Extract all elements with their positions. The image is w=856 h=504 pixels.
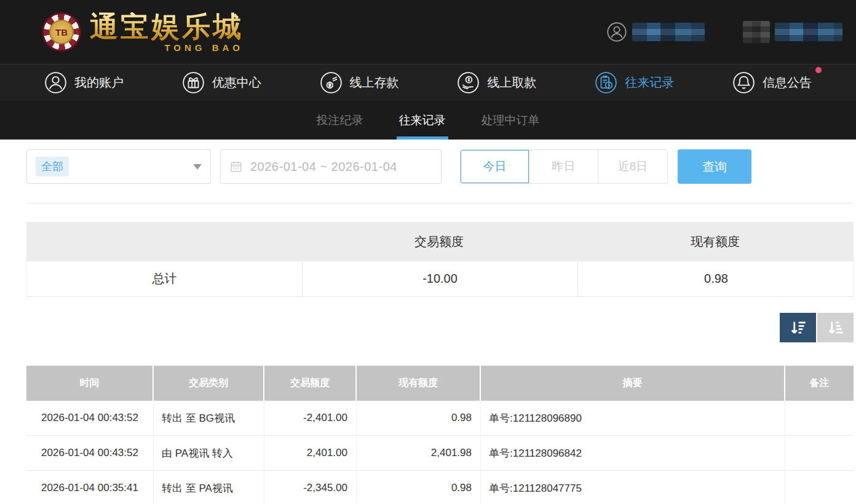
nav-label: 线上存款 [350, 74, 399, 91]
cell-type: 转出 至 BG视讯 [154, 401, 264, 435]
nav-label: 我的账户 [74, 74, 124, 91]
nav-label: 信息公告 [763, 74, 812, 91]
cell-balance: 0.98 [357, 471, 481, 504]
brand-name-en: TONG BAO [164, 43, 244, 52]
brand-text: 通宝娱乐城 TONG BAO [90, 12, 244, 52]
cell-balance: 2,401.98 [357, 436, 481, 470]
censored-balance-icon [743, 21, 770, 43]
cell-summary: 单号:121128096842 [481, 436, 785, 470]
cell-time: 2026-01-04 00:35:41 [26, 471, 154, 504]
nav-label: 优惠中心 [212, 74, 261, 91]
user-icon [606, 22, 627, 42]
cell-transaction: 2,401.00 [264, 436, 357, 470]
col-header-type: 交易类别 [154, 366, 264, 401]
cell-transaction: -2,345.00 [264, 471, 357, 504]
date-range-value: 2026-01-04 ~ 2026-01-04 [250, 160, 397, 174]
cell-balance: 0.98 [357, 401, 481, 435]
summary-table: 交易额度 现有额度 总计 -10.00 0.98 [26, 222, 854, 297]
nav-item-my-account[interactable]: 我的账户 [44, 71, 124, 94]
cell-time: 2026-01-04 00:43:52 [26, 401, 154, 435]
summary-balance-total: 0.98 [577, 261, 854, 296]
cell-transaction: -2,401.00 [264, 401, 357, 435]
transactions-table: 时间 交易类别 交易额度 现有额度 摘要 备注 2026-01-04 00:43… [26, 366, 854, 504]
tab-label: 处理中订单 [482, 112, 540, 128]
poker-chip-icon: TB [42, 12, 81, 52]
tab-betting-records[interactable]: 投注纪录 [317, 101, 363, 140]
filter-bar: 全部 2026-01-04 ~ 2026-01-04 今日 昨日 近8日 查询 [26, 149, 854, 184]
censored-balance [775, 23, 842, 41]
table-row: 2026-01-04 00:43:52 由 PA视讯 转入 2,401.00 2… [26, 436, 854, 471]
category-select[interactable]: 全部 [26, 149, 211, 184]
cell-remark [785, 436, 854, 470]
table-row: 2026-01-04 00:35:41 转出 至 PA视讯 -2,345.00 … [26, 471, 854, 504]
summary-header-transaction: 交易额度 [301, 234, 577, 250]
tab-transaction-records[interactable]: 往来记录 [399, 101, 446, 140]
summary-total-label: 总计 [27, 261, 302, 296]
content: 全部 2026-01-04 ~ 2026-01-04 今日 昨日 近8日 查询 [0, 140, 856, 504]
sort-bar [26, 313, 854, 342]
col-header-transaction: 交易额度 [264, 366, 357, 401]
account-icon [44, 71, 67, 94]
quick-range-8days-button[interactable]: 近8日 [598, 150, 667, 183]
top-header: TB 通宝娱乐城 TONG BAO [0, 0, 856, 64]
chevron-down-icon [193, 164, 202, 170]
cell-type: 由 PA视讯 转入 [154, 436, 264, 470]
sort-amount-desc-icon [789, 318, 807, 337]
nav-item-deposit[interactable]: 线上存款 [320, 71, 399, 94]
tab-label: 往来记录 [399, 112, 446, 128]
table-row: 2026-01-04 00:43:52 转出 至 BG视讯 -2,401.00 … [26, 401, 854, 436]
balance-group[interactable] [743, 21, 842, 43]
cell-summary: 单号:121128047775 [481, 471, 785, 504]
nav-item-promotions[interactable]: 优惠中心 [182, 71, 261, 94]
promotions-icon [182, 71, 205, 94]
nav-label: 往来记录 [625, 74, 674, 91]
cell-type: 转出 至 PA视讯 [154, 471, 264, 504]
summary-header-balance: 现有额度 [577, 234, 854, 250]
brand-name: 通宝娱乐城 [90, 12, 244, 41]
calendar-icon [229, 160, 243, 173]
col-header-time: 时间 [26, 366, 154, 401]
nav-item-records[interactable]: 往来记录 [595, 71, 674, 94]
nav-label: 线上取款 [487, 74, 536, 91]
notification-dot [815, 67, 822, 73]
sub-nav: 投注纪录 往来记录 处理中订单 [0, 101, 856, 140]
tab-label: 投注纪录 [317, 112, 363, 128]
nav-item-announcements[interactable]: 信息公告 [732, 71, 812, 94]
col-header-remark: 备注 [785, 366, 854, 401]
date-range-input[interactable]: 2026-01-04 ~ 2026-01-04 [220, 149, 442, 184]
summary-total-row: 总计 -10.00 0.98 [26, 261, 854, 297]
section-divider [26, 203, 854, 203]
col-header-balance: 现有额度 [357, 366, 481, 401]
summary-transaction-total: -10.00 [302, 261, 577, 296]
cell-summary: 单号:121128096890 [481, 401, 785, 435]
sort-desc-button[interactable] [780, 313, 816, 342]
announcements-icon [732, 71, 755, 94]
main-nav: 我的账户 优惠中心 线上存款 [0, 64, 856, 101]
quick-range-today-button[interactable]: 今日 [461, 150, 529, 183]
brand-logo[interactable]: TB 通宝娱乐城 TONG BAO [42, 12, 244, 52]
nav-item-withdraw[interactable]: 线上取款 [457, 71, 536, 94]
username-group[interactable] [606, 22, 705, 42]
selected-category-tag: 全部 [36, 157, 69, 176]
sort-asc-button[interactable] [817, 313, 854, 342]
cell-time: 2026-01-04 00:43:52 [26, 436, 154, 470]
page: TB 通宝娱乐城 TONG BAO [0, 0, 856, 504]
cell-remark [785, 471, 854, 504]
tab-processing-orders[interactable]: 处理中订单 [482, 101, 540, 140]
deposit-icon [320, 71, 343, 94]
quick-range-group: 今日 昨日 近8日 [460, 149, 668, 184]
query-button[interactable]: 查询 [678, 149, 751, 184]
records-icon [595, 71, 617, 94]
sort-amount-asc-icon [826, 318, 845, 337]
summary-header-row: 交易额度 现有额度 [26, 222, 854, 261]
censored-username [632, 23, 705, 41]
chip-label: TB [49, 20, 74, 44]
col-header-summary: 摘要 [481, 366, 785, 401]
table-header-row: 时间 交易类别 交易额度 现有额度 摘要 备注 [26, 366, 854, 401]
user-area [606, 21, 842, 43]
quick-range-yesterday-button[interactable]: 昨日 [529, 150, 598, 183]
withdraw-icon [457, 71, 480, 94]
cell-remark [785, 401, 854, 435]
